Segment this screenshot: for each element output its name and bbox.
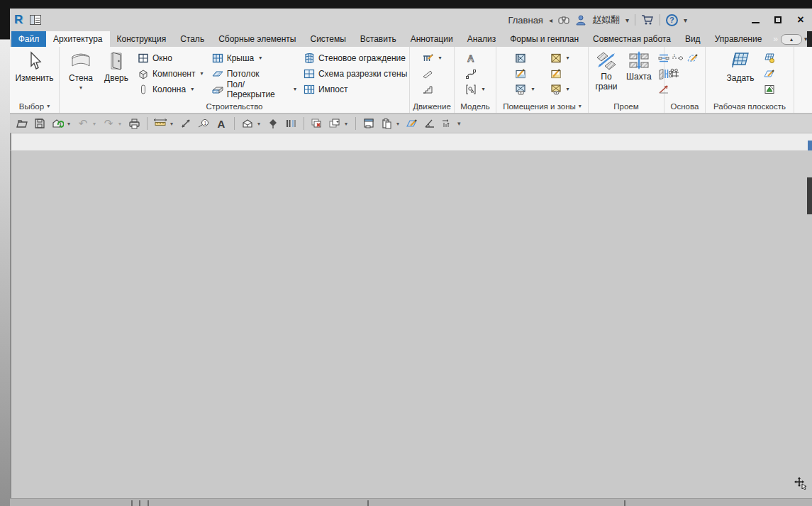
switch-windows-dropdown-icon[interactable]: ▾ [345, 121, 350, 127]
component-button[interactable]: Компонент ▾ [138, 67, 205, 80]
panel-label-rooms[interactable]: Помещения и зоны▾ [496, 99, 588, 113]
thin-lines-button[interactable] [283, 116, 299, 131]
qat-customize-dropdown-icon[interactable]: ▾ [457, 120, 463, 127]
properties-button[interactable] [361, 116, 377, 131]
measure-button[interactable] [152, 116, 168, 131]
tab-systems[interactable]: Системы [304, 31, 353, 47]
area-tag-icon [550, 84, 562, 95]
reference-plane-button[interactable] [687, 53, 699, 64]
switch-windows-button[interactable] [327, 116, 343, 131]
default-3d-view-button[interactable] [240, 116, 255, 131]
mullion-button[interactable]: Импост [304, 82, 409, 96]
model-group-button[interactable]: ▾ [465, 82, 484, 96]
panel-label-workplane[interactable]: Рабочая плоскость [706, 99, 794, 113]
ramp-button[interactable] [422, 67, 441, 80]
tab-architecture[interactable]: Архитектура [46, 31, 110, 47]
ribbon-collapse-button[interactable]: ▴ [781, 34, 802, 45]
tab-insert[interactable]: Вставить [353, 31, 404, 47]
maximize-button[interactable] [772, 14, 784, 26]
room-tag-button[interactable]: ▾ [515, 82, 534, 96]
curtain-grid-button[interactable]: Схема разрезки стены [304, 67, 409, 80]
document-icon[interactable] [30, 15, 41, 25]
tab-annotate[interactable]: Аннотации [404, 31, 460, 47]
model-text-button[interactable]: A [465, 51, 484, 65]
set-workplane-button[interactable]: Задать [724, 50, 756, 84]
store-cart-icon[interactable] [641, 14, 654, 26]
save-button[interactable] [32, 116, 48, 131]
room-separator-button[interactable] [515, 67, 534, 80]
room-button[interactable] [515, 51, 534, 65]
tab-precast[interactable]: Сборные элементы [211, 31, 303, 47]
tab-structure[interactable]: Конструкция [110, 31, 174, 47]
model-line-button[interactable] [465, 67, 484, 80]
tab-massing-site[interactable]: Формы и генплан [503, 31, 586, 47]
door-button[interactable]: Дверь [102, 50, 130, 84]
stair-button[interactable] [422, 82, 441, 96]
search-icon[interactable] [558, 14, 569, 26]
close-hidden-windows-button[interactable] [309, 116, 325, 131]
level-button[interactable]: .1 [672, 53, 683, 64]
username[interactable]: 赵姒翻 [592, 13, 620, 26]
panel-label-model[interactable]: Модель [455, 99, 496, 113]
3d-view-dropdown-icon[interactable]: ▾ [257, 121, 263, 127]
tab-manage[interactable]: Управление [708, 31, 769, 47]
home-label[interactable]: Главная [508, 15, 543, 26]
panel-label-datum[interactable]: Основа [664, 99, 705, 113]
minimize-button[interactable] [750, 14, 761, 26]
redo-button[interactable]: ↷ [101, 116, 116, 131]
sketch-plane-button[interactable] [404, 116, 420, 131]
sync-dropdown-icon[interactable]: ▾ [67, 121, 73, 127]
shaft-button[interactable]: Шахта [624, 50, 654, 83]
curtain-wall-button[interactable]: Стеновое ограждение [304, 51, 409, 65]
viewer-button[interactable] [764, 82, 775, 96]
text-button[interactable]: A [213, 116, 229, 131]
roof-button[interactable]: Крыша ▾ [212, 51, 296, 65]
ceiling-button[interactable]: Потолок [212, 67, 296, 80]
drawing-area[interactable] [10, 151, 812, 498]
revit-logo-icon[interactable]: R [14, 13, 23, 27]
redo-dropdown-icon[interactable]: ▾ [118, 121, 124, 127]
undo-dropdown-icon[interactable]: ▾ [93, 121, 99, 127]
tab-view[interactable]: Вид [678, 31, 708, 47]
help-dropdown-icon[interactable]: ▾ [684, 16, 687, 24]
tag-button[interactable]: 1 [196, 116, 211, 131]
panel-label-build[interactable]: Строительство [60, 99, 409, 113]
section-button[interactable] [265, 116, 281, 131]
print-button[interactable] [126, 116, 142, 131]
collapse-left-icon[interactable]: ◂ [549, 16, 552, 24]
paste-button[interactable] [379, 116, 394, 131]
user-icon[interactable] [575, 14, 586, 26]
close-button[interactable]: × [795, 14, 806, 26]
help-icon[interactable]: ? [666, 14, 678, 26]
opening-by-face-button[interactable]: По грани [593, 50, 620, 93]
area-button[interactable]: ▾ [550, 51, 569, 65]
open-button[interactable] [14, 116, 30, 131]
aligned-dimension-button[interactable] [178, 116, 194, 131]
refplane-button[interactable] [764, 67, 775, 80]
wall-button[interactable]: Стена ▾ [67, 50, 95, 92]
file-menu-button[interactable]: Файл [11, 31, 46, 47]
railing-button[interactable]: ▾ [422, 51, 441, 65]
window-button[interactable]: Окно [138, 51, 205, 65]
paste-dropdown-icon[interactable]: ▾ [396, 121, 402, 127]
user-dropdown-icon[interactable]: ▾ [625, 16, 629, 24]
grid-button[interactable] [669, 68, 680, 79]
sync-button[interactable] [50, 116, 65, 131]
show-workplane-button[interactable] [764, 51, 775, 65]
undo-button[interactable]: ↶ [75, 116, 91, 131]
floor-button[interactable]: Пол/Перекрытие ▾ [212, 82, 296, 96]
angle-button[interactable] [422, 116, 438, 131]
panel-label-select[interactable]: Выбор▾ [10, 99, 59, 113]
column-button[interactable]: Колонна ▾ [138, 82, 205, 96]
modify-button[interactable]: Изменить [13, 50, 55, 84]
panel-label-circulation[interactable]: Движение [410, 99, 454, 113]
panel-label-opening[interactable]: Проем [589, 99, 664, 113]
tab-steel[interactable]: Сталь [173, 31, 211, 47]
tab-overflow-icon[interactable]: » [769, 31, 781, 47]
reorder-button[interactable] [440, 116, 455, 131]
area-boundary-button[interactable] [550, 67, 569, 80]
area-tag-button[interactable]: ▾ [550, 82, 569, 96]
measure-dropdown-icon[interactable]: ▾ [170, 121, 176, 127]
tab-analyze[interactable]: Анализ [460, 31, 504, 47]
tab-collaborate[interactable]: Совместная работа [586, 31, 678, 47]
